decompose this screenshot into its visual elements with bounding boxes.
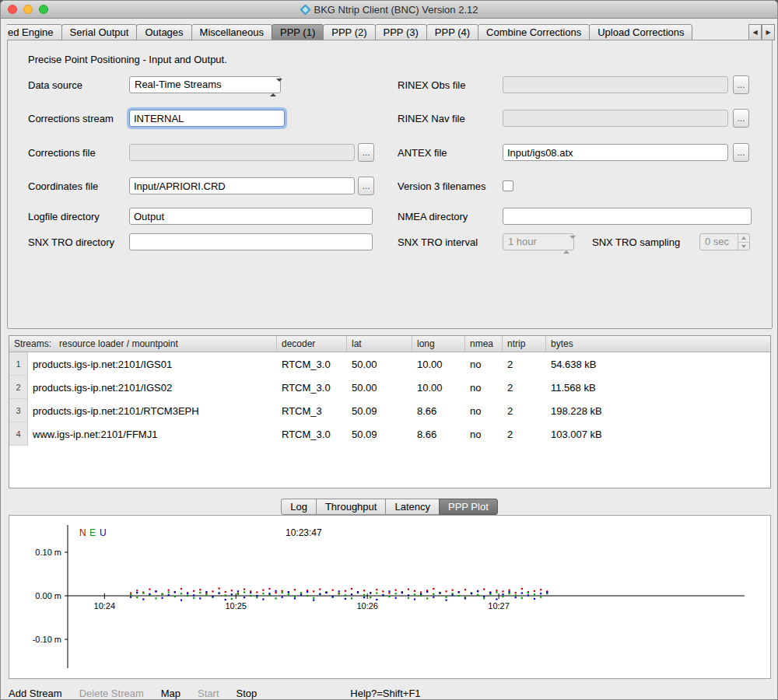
rinex-nav-file-label: RINEX Nav file <box>398 113 465 124</box>
tab-combine-corrections[interactable]: Combine Corrections <box>478 24 590 40</box>
header-ntrip[interactable]: ntrip <box>503 336 546 352</box>
add-stream-button[interactable]: Add Stream <box>9 688 62 699</box>
header-mountpoint[interactable]: Streams: resource loader / mountpoint <box>9 336 277 352</box>
svg-text:U: U <box>100 527 107 538</box>
traffic-lights <box>8 5 48 14</box>
row-number[interactable]: 3 <box>9 399 28 422</box>
tab-scroll-right-button[interactable]: ▶ <box>762 24 775 40</box>
stream-row[interactable]: 2products.igs-ip.net:2101/IGS02RTCM_3.05… <box>9 376 770 399</box>
svg-text:10:24: 10:24 <box>94 601 116 611</box>
snx-tro-interval-label: SNX TRO interval <box>398 236 478 248</box>
cell-ntrip: 2 <box>503 399 546 422</box>
cell-decoder: RTCM_3.0 <box>277 376 347 399</box>
snx-tro-interval-combobox[interactable]: 1 hour <box>503 233 574 250</box>
cell-lat: 50.09 <box>347 399 412 422</box>
header-bytes[interactable]: bytes <box>546 336 770 352</box>
row-number[interactable]: 1 <box>9 352 28 376</box>
cell-mountpoint: products.igs-ip.net:2101/IGS02 <box>28 376 277 399</box>
cell-lat: 50.09 <box>347 422 412 446</box>
version3-filenames-label: Version 3 filenames <box>398 180 485 192</box>
cell-bytes: 11.568 kB <box>546 376 770 399</box>
stream-row[interactable]: 3products.igs-ip.net:2101/RTCM3EPHRTCM_3… <box>9 399 770 422</box>
cell-decoder: RTCM_3.0 <box>277 422 347 446</box>
stop-button[interactable]: Stop <box>237 688 258 699</box>
nmea-directory-input[interactable] <box>503 208 752 225</box>
data-source-combobox[interactable]: Real-Time Streams <box>129 76 281 93</box>
corrections-file-input[interactable] <box>129 144 355 161</box>
spinner-buttons[interactable] <box>738 234 749 250</box>
logfile-directory-input[interactable] <box>129 208 373 225</box>
cell-nmea: no <box>465 399 503 422</box>
cell-mountpoint: products.igs-ip.net:2101/RTCM3EPH <box>28 399 277 422</box>
header-lat[interactable]: lat <box>347 336 412 352</box>
help-hint: Help?=Shift+F1 <box>350 688 420 699</box>
coordinates-file-browse-button[interactable]: ... <box>358 177 374 195</box>
version3-filenames-checkbox[interactable] <box>503 180 513 191</box>
svg-text:-0.10 m: -0.10 m <box>33 635 61 644</box>
cell-lat: 50.00 <box>347 376 412 399</box>
header-long[interactable]: long <box>412 336 465 352</box>
corrections-stream-label: Corrections stream <box>28 113 114 124</box>
rinex-nav-file-browse-button[interactable]: ... <box>733 109 749 128</box>
window-zoom-button[interactable] <box>39 5 48 14</box>
snx-tro-directory-input[interactable] <box>129 233 373 250</box>
cell-mountpoint: www.igs-ip.net:2101/FFMJ1 <box>28 422 277 446</box>
window-titlebar: BKG Ntrip Client (BNC) Version 2.12 <box>1 1 777 19</box>
rinex-obs-file-label: RINEX Obs file <box>398 79 465 91</box>
tab-ppp-plot[interactable]: PPP Plot <box>439 499 498 515</box>
snx-tro-sampling-spinbox[interactable]: 0 sec <box>699 233 750 250</box>
header-nmea[interactable]: nmea <box>465 336 503 352</box>
tab-ppp-2[interactable]: PPP (2) <box>323 24 375 40</box>
coordinates-file-input[interactable] <box>129 177 355 194</box>
window-minimize-button[interactable] <box>23 5 33 14</box>
tab-throughput[interactable]: Throughput <box>316 499 387 515</box>
stream-row[interactable]: 1products.igs-ip.net:2101/IGS01RTCM_3.05… <box>9 352 770 376</box>
tab-ed-engine[interactable]: ed Engine <box>7 24 62 40</box>
stream-row[interactable]: 4www.igs-ip.net:2101/FFMJ1RTCM_3.050.098… <box>9 422 770 446</box>
tab-upload-corrections[interactable]: Upload Corrections <box>589 24 692 40</box>
cell-ntrip: 2 <box>503 352 546 376</box>
window-close-button[interactable] <box>8 5 17 14</box>
rinex-obs-file-input[interactable] <box>503 76 728 93</box>
right-arrow-icon: ▶ <box>766 29 770 36</box>
tab-miscellaneous[interactable]: Miscellaneous <box>191 24 272 40</box>
window-title: BKG Ntrip Client (BNC) Version 2.12 <box>314 4 478 16</box>
cell-nmea: no <box>465 422 503 446</box>
plot-tab-bar: LogThroughputLatencyPPP Plot <box>1 499 777 515</box>
tab-ppp-4[interactable]: PPP (4) <box>426 24 478 40</box>
tab-ppp-1[interactable]: PPP (1) <box>272 24 324 40</box>
tab-scroll-left-button[interactable]: ◀ <box>748 24 762 40</box>
ppp-description: Precise Point Positioning - Input and Ou… <box>28 54 227 65</box>
cell-long: 10.00 <box>412 376 465 399</box>
ppp-plot-canvas: 0.10 m0.00 m-0.10 m10:2410:2510:2610:27N… <box>9 516 770 678</box>
row-number[interactable]: 2 <box>9 376 28 399</box>
corrections-stream-input[interactable] <box>129 110 285 127</box>
row-number[interactable]: 4 <box>9 422 28 446</box>
svg-text:E: E <box>89 527 96 538</box>
tab-outages[interactable]: Outages <box>136 24 191 40</box>
rinex-obs-file-browse-button[interactable]: ... <box>733 75 749 94</box>
app-icon <box>300 5 310 15</box>
antex-file-label: ANTEX file <box>398 147 447 159</box>
combo-stepper-icon <box>563 237 569 253</box>
cell-decoder: RTCM_3 <box>277 399 347 422</box>
antex-file-input[interactable] <box>503 144 728 161</box>
svg-text:10:26: 10:26 <box>356 601 378 611</box>
svg-text:0.10 m: 0.10 m <box>35 548 61 557</box>
corrections-file-browse-button[interactable]: ... <box>358 143 374 162</box>
header-decoder[interactable]: decoder <box>277 336 347 352</box>
map-button[interactable]: Map <box>161 688 180 699</box>
tab-log[interactable]: Log <box>281 499 317 515</box>
cell-nmea: no <box>465 376 503 399</box>
left-arrow-icon: ◀ <box>752 29 757 36</box>
tab-serial-output[interactable]: Serial Output <box>61 24 138 40</box>
antex-file-browse-button[interactable]: ... <box>733 143 749 162</box>
logfile-directory-label: Logfile directory <box>28 211 100 222</box>
snx-tro-directory-label: SNX TRO directory <box>28 236 114 248</box>
start-button: Start <box>198 688 219 699</box>
tab-ppp-3[interactable]: PPP (3) <box>375 24 427 40</box>
streams-table-body: 1products.igs-ip.net:2101/IGS01RTCM_3.05… <box>9 352 770 446</box>
rinex-nav-file-input[interactable] <box>503 110 728 127</box>
tab-latency[interactable]: Latency <box>385 499 440 515</box>
streams-table-header: Streams: resource loader / mountpoint de… <box>9 336 770 352</box>
